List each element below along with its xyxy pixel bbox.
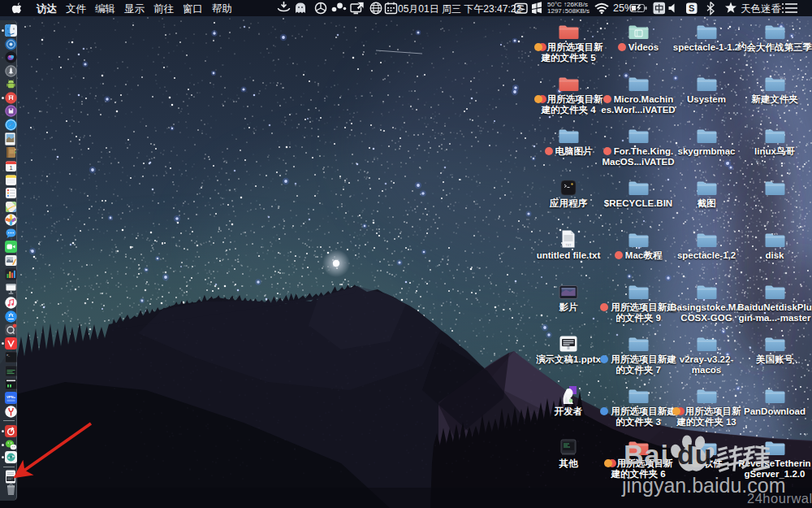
svg-text:VPN+: VPN+ [6, 394, 15, 398]
svg-text:TXT: TXT [566, 244, 572, 247]
svg-text:1: 1 [9, 164, 12, 172]
svg-text:S: S [689, 3, 694, 13]
